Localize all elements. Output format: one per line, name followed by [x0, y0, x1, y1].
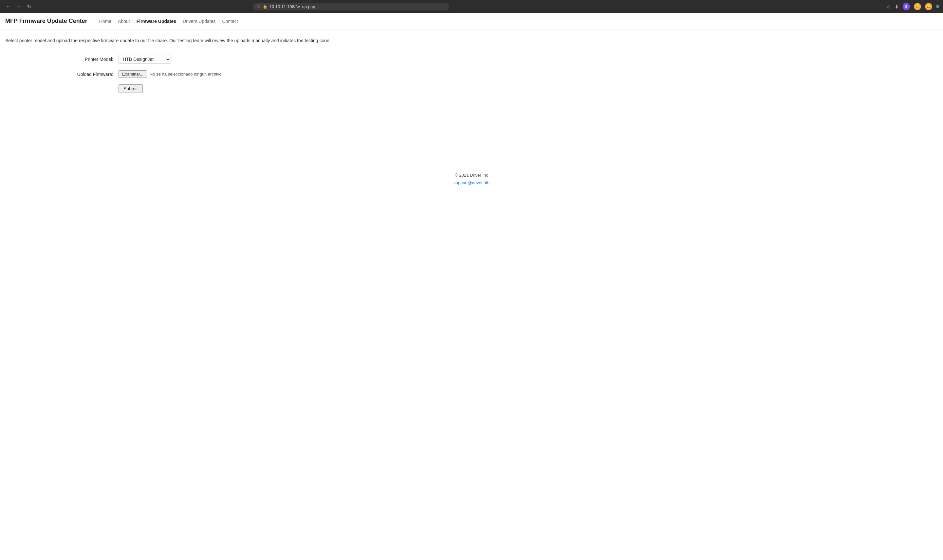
back-button[interactable]: ← — [4, 2, 13, 11]
forward-button[interactable]: → — [14, 2, 23, 11]
profile-badge[interactable]: 8 — [903, 3, 910, 10]
printer-model-select[interactable]: HTB DesignJet HTB LaserJet HTB OfficeJet — [119, 55, 171, 64]
browse-button[interactable]: Examinar... — [119, 70, 147, 78]
support-email[interactable]: support@driver.htb — [6, 180, 937, 185]
copyright-text: © 2021 Driver Inc — [6, 173, 937, 178]
main-content: Select printer model and upload the resp… — [0, 29, 943, 101]
description-text: Select printer model and upload the resp… — [5, 37, 938, 44]
nav-home[interactable]: Home — [99, 18, 111, 24]
upload-form: Printer Model: HTB DesignJet HTB LaserJe… — [71, 55, 938, 93]
site-navigation: MFP Firmware Update Center Home About Fi… — [0, 13, 943, 29]
printer-model-label: Printer Model: — [71, 57, 113, 62]
shield-icon: 🛡 — [257, 4, 261, 9]
lock-icon: 🔒 — [262, 4, 267, 9]
menu-button[interactable]: ≡ — [936, 4, 939, 9]
nav-drivers-updates[interactable]: Drivers Updates — [183, 18, 215, 24]
browser-nav-buttons: ← → ↻ — [4, 2, 33, 11]
download-button[interactable]: ⬇ — [895, 4, 899, 10]
upload-firmware-row: Upload Firmware: Examinar... No se ha se… — [71, 70, 938, 78]
avatar-icon[interactable]: 🙂 — [914, 3, 921, 10]
browser-actions: ☆ ⬇ 8 🙂 😊 ≡ — [886, 3, 939, 10]
file-input-wrapper: Examinar... No se ha seleccionado ningún… — [119, 70, 223, 78]
submit-button[interactable]: Submit — [119, 85, 143, 93]
nav-firmware-updates[interactable]: Firmware Updates — [137, 18, 176, 24]
address-bar[interactable]: 🛡 🔒 10.10.11.106/fw_up.php — [253, 3, 449, 11]
printer-model-row: Printer Model: HTB DesignJet HTB LaserJe… — [71, 55, 938, 64]
nav-links: Home About Firmware Updates Drivers Upda… — [99, 18, 238, 24]
avatar-icon-2[interactable]: 😊 — [925, 3, 932, 10]
upload-firmware-label: Upload Firmware: — [71, 72, 113, 77]
no-file-text: No se ha seleccionado ningún archivo. — [150, 72, 223, 77]
refresh-button[interactable]: ↻ — [25, 2, 33, 11]
nav-about[interactable]: About — [118, 18, 130, 24]
star-button[interactable]: ☆ — [886, 4, 891, 10]
nav-contact[interactable]: Contact — [222, 18, 238, 24]
url-display: 10.10.11.106/fw_up.php — [270, 4, 445, 9]
footer: © 2021 Driver Inc support@driver.htb — [0, 166, 943, 192]
site-title: MFP Firmware Update Center — [5, 18, 87, 25]
browser-chrome: ← → ↻ 🛡 🔒 10.10.11.106/fw_up.php ☆ ⬇ 8 🙂… — [0, 0, 943, 13]
